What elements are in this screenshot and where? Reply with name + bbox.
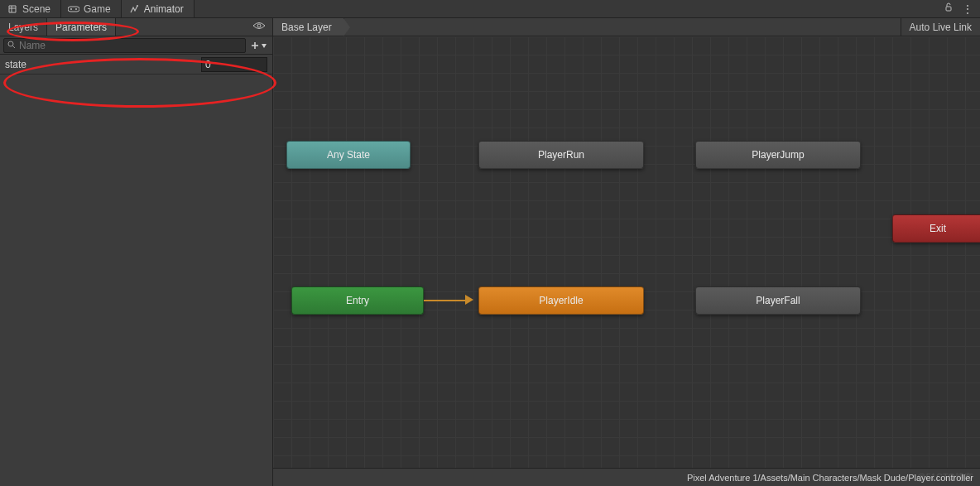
parameter-search-input[interactable] (19, 40, 242, 51)
status-bar: Pixel Adventure 1/Assets/Main Characters… (273, 468, 980, 486)
tab-game[interactable]: Game (61, 0, 122, 17)
tab-scene-label: Scene (22, 3, 50, 15)
node-player-run[interactable]: PlayerRun (478, 141, 644, 169)
svg-rect-4 (946, 7, 951, 11)
auto-live-link-toggle[interactable]: Auto Live Link (901, 18, 980, 36)
scene-icon (7, 4, 18, 14)
tab-animator[interactable]: Animator (122, 0, 195, 17)
node-any-state[interactable]: Any State (286, 141, 411, 169)
svg-point-1 (70, 8, 72, 10)
svg-point-6 (8, 41, 13, 46)
svg-point-3 (137, 5, 138, 7)
node-entry[interactable]: Entry (291, 286, 424, 315)
tab-animator-label: Animator (144, 3, 184, 15)
tab-scene[interactable]: Scene (0, 0, 61, 17)
window-tabs: Scene Game Animator ⋮ (0, 0, 980, 18)
kebab-menu-icon[interactable]: ⋮ (962, 3, 973, 15)
visibility-icon[interactable] (251, 21, 267, 33)
lock-icon[interactable] (944, 2, 954, 15)
tab-game-label: Game (84, 3, 111, 15)
subtab-layers[interactable]: Layers (0, 18, 47, 36)
game-icon (68, 5, 79, 13)
asset-path: Pixel Adventure 1/Assets/Main Characters… (687, 473, 973, 483)
parameters-panel: Layers Parameters state (0, 18, 273, 486)
svg-point-5 (257, 24, 261, 27)
search-icon (7, 40, 16, 51)
node-exit[interactable]: Exit (892, 214, 980, 243)
animator-icon (128, 4, 140, 14)
parameter-value-input[interactable] (201, 57, 267, 72)
state-machine-graph[interactable]: Any State PlayerRun PlayerJump Exit Entr… (273, 36, 980, 468)
svg-line-7 (13, 46, 16, 48)
parameter-search[interactable] (3, 38, 246, 53)
node-player-fall[interactable]: PlayerFall (695, 286, 861, 315)
transition-arrowhead (465, 295, 473, 305)
svg-rect-0 (68, 7, 79, 12)
node-player-idle[interactable]: PlayerIdle (478, 286, 644, 315)
add-parameter-button[interactable] (249, 38, 269, 53)
subtab-parameters[interactable]: Parameters (47, 18, 116, 36)
parameter-name: state (5, 59, 196, 70)
breadcrumb-base-layer[interactable]: Base Layer (273, 18, 344, 36)
node-player-jump[interactable]: PlayerJump (695, 141, 861, 169)
transition-entry-to-idle[interactable] (424, 300, 467, 301)
parameter-row-state[interactable]: state (0, 55, 272, 75)
svg-point-2 (75, 8, 77, 10)
animator-canvas: Base Layer Auto Live Link Any State Play… (273, 18, 980, 486)
